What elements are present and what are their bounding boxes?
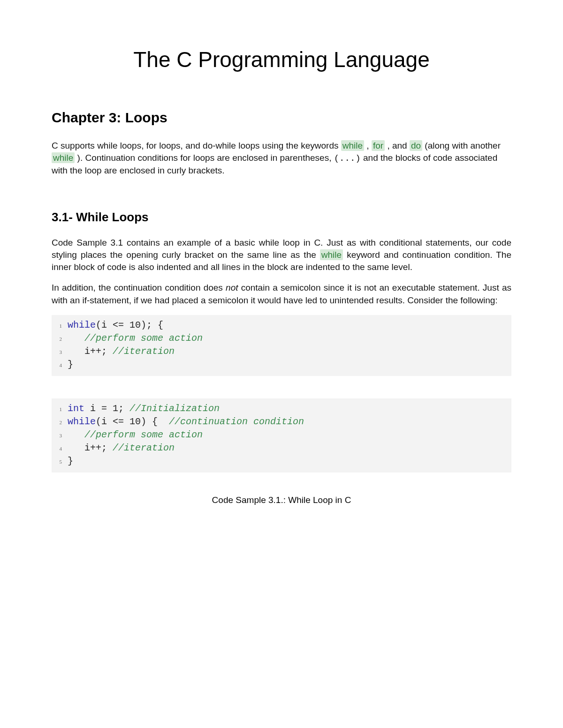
code-plain: i = 1; [84,403,129,414]
code-text: //perform some action [68,428,203,442]
code-plain: i++; [84,443,113,453]
emphasis-not: not [226,283,238,293]
code-text: } [68,358,73,371]
section-paragraph-1: Code Sample 3.1 contains an example of a… [52,237,511,274]
code-text: while(i <= 10); { [68,319,163,332]
code-text: i++; //iteration [68,442,175,455]
code-keyword: while [68,320,96,330]
code-sample-2: 1 int i = 1; //Initialization 2 while(i … [52,398,511,473]
page-title: The C Programming Language [52,47,511,72]
code-type: int [68,403,84,414]
text: In addition, the continuation condition … [52,283,226,293]
text: ). Continuation conditions for loops are… [75,153,334,163]
intro-paragraph: C supports while loops, for loops, and d… [52,140,511,177]
line-number: 2 [57,419,68,426]
code-line: 3 //perform some action [57,428,506,442]
code-line: 2 //perform some action [57,332,506,345]
code-text: } [68,455,73,468]
text: (along with another [422,141,501,150]
code-text: //perform some action [68,332,203,345]
code-line: 1 while(i <= 10); { [57,319,506,332]
code-sample-1: 1 while(i <= 10); { 2 //perform some act… [52,315,511,376]
line-number: 1 [57,406,68,413]
text: , [364,141,372,150]
code-text: i++; //iteration [68,345,175,358]
keyword-while: while [341,140,364,151]
code-line: 4 } [57,358,506,371]
text: C supports while loops, for loops, and d… [52,141,341,150]
line-number: 3 [57,432,68,439]
line-number: 4 [57,445,68,452]
keyword-do: do [410,140,422,151]
line-number: 4 [57,362,68,369]
code-line: 4 i++; //iteration [57,442,506,455]
code-line: 1 int i = 1; //Initialization [57,402,506,415]
parentheses-text: (...) [334,153,361,164]
code-line: 2 while(i <= 10) { //continuation condit… [57,415,506,428]
text: , and [385,141,410,150]
code-line: 5 } [57,455,506,468]
code-line: 3 i++; //iteration [57,345,506,358]
code-text: while(i <= 10) { //continuation conditio… [68,415,304,428]
code-comment: //continuation condition [169,416,304,427]
section-paragraph-2: In addition, the continuation condition … [52,282,511,306]
chapter-heading: Chapter 3: Loops [52,110,511,126]
code-comment: //Initialization [129,403,220,414]
code-comment: //perform some action [84,429,203,440]
line-number: 1 [57,323,68,330]
line-number: 3 [57,349,68,356]
section-heading: 3.1- While Loops [52,210,511,225]
code-plain: (i <= 10); { [96,320,163,330]
line-number: 5 [57,458,68,465]
code-keyword: while [68,416,96,427]
keyword-for: for [372,140,385,151]
code-caption: Code Sample 3.1.: While Loop in C [52,495,511,505]
code-comment: //iteration [113,443,175,453]
code-comment: //iteration [113,346,175,357]
document-page: The C Programming Language Chapter 3: Lo… [0,0,563,552]
code-plain: (i <= 10) { [96,416,169,427]
keyword-while: while [52,152,75,163]
code-plain: i++; [84,346,113,357]
code-comment: //perform some action [84,333,203,344]
keyword-while: while [320,249,343,260]
code-text: int i = 1; //Initialization [68,402,220,415]
line-number: 2 [57,336,68,343]
